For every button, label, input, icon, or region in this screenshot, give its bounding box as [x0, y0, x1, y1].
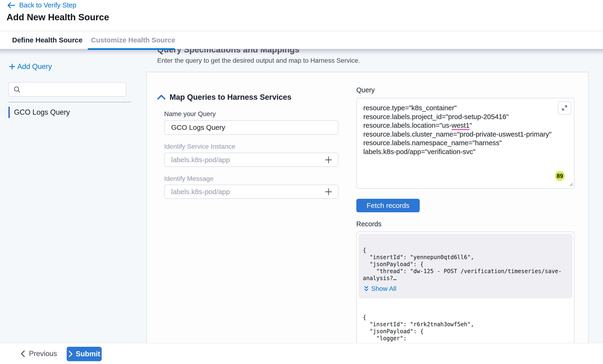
arrow-left-icon — [7, 2, 15, 9]
fullscreen-expand-icon — [561, 105, 568, 111]
submit-label: Submit — [76, 350, 100, 358]
query-name-field-wrap — [164, 120, 338, 135]
map-queries-heading: Map Queries to Harness Services — [170, 93, 291, 102]
sidebar-item-gco-logs-query[interactable]: GCO Logs Query — [8, 106, 70, 118]
add-query-label: Add Query — [17, 62, 52, 71]
double-chevron-down-icon — [363, 285, 369, 292]
identify-service-instance-label: Identify Service Instance — [164, 143, 235, 150]
section-subheading: Enter the query to get the desired outpu… — [157, 57, 360, 64]
submit-button[interactable]: Submit — [67, 347, 102, 361]
back-link[interactable]: Back to Verify Step — [7, 1, 76, 9]
query-text: resource.type="k8s_container" resource.l… — [363, 103, 548, 156]
message-add-button[interactable] — [324, 187, 333, 196]
character-count-badge: 89 — [555, 171, 565, 181]
add-query-button[interactable]: Add Query — [8, 62, 52, 71]
resize-handle[interactable] — [568, 182, 573, 187]
chevron-left-icon — [20, 350, 26, 357]
show-all-link[interactable]: Show All — [363, 285, 568, 293]
service-instance-field-wrap — [164, 153, 338, 167]
previous-button[interactable]: Previous — [20, 343, 57, 364]
fetch-records-button[interactable]: Fetch records — [356, 199, 420, 212]
records-label: Records — [356, 220, 382, 228]
record-item-1: { "insertId": "yennepun0qtd6ll6", "jsonP… — [359, 234, 572, 298]
message-input[interactable] — [171, 188, 324, 196]
previous-label: Previous — [29, 350, 57, 358]
show-all-label: Show All — [371, 285, 396, 293]
page-title: Add New Health Source — [7, 12, 109, 22]
name-your-query-label: Name your Query — [164, 110, 216, 118]
identify-message-label: Identify Message — [164, 175, 214, 182]
query-textarea[interactable]: resource.type="k8s_container" resource.l… — [356, 98, 575, 189]
section-heading: Query Specifications and Mappings — [157, 49, 299, 55]
chevron-right-icon — [68, 351, 73, 357]
records-container[interactable]: { "insertId": "yennepun0qtd6ll6", "jsonP… — [356, 231, 575, 343]
tab-define-health-source[interactable]: Define Health Source — [12, 31, 82, 49]
record-2-json: { "insertId": "r6rk2tnah3owf5eh", "jsonP… — [363, 314, 568, 343]
expand-query-button[interactable] — [558, 101, 571, 115]
query-search-box — [8, 82, 126, 97]
chevron-up-icon[interactable] — [157, 93, 166, 102]
tab-bar: Define Health Source Customize Health So… — [0, 31, 603, 49]
plus-icon — [8, 63, 16, 70]
query-label: Query — [356, 86, 375, 94]
record-1-json: { "insertId": "yennepun0qtd6ll6", "jsonP… — [363, 247, 568, 282]
search-input[interactable] — [24, 83, 126, 96]
tab-customize-health-source[interactable]: Customize Health Source — [91, 31, 175, 49]
search-icon — [13, 86, 21, 93]
active-tab-underline — [88, 48, 175, 50]
sidebar-divider — [8, 102, 131, 102]
record-item-2: { "insertId": "r6rk2tnah3owf5eh", "jsonP… — [359, 298, 572, 343]
back-link-label: Back to Verify Step — [19, 1, 76, 9]
service-instance-input[interactable] — [171, 156, 324, 164]
footer-bar: Previous Submit — [0, 343, 603, 364]
message-field-wrap — [164, 184, 338, 199]
content-area: Query Specifications and Mappings Enter … — [0, 49, 603, 343]
query-name-input[interactable] — [171, 124, 333, 131]
page-header: Back to Verify Step Add New Health Sourc… — [0, 0, 603, 31]
service-instance-add-button[interactable] — [324, 155, 333, 165]
selected-indicator-bar — [8, 107, 10, 118]
query-item-label: GCO Logs Query — [14, 108, 70, 116]
